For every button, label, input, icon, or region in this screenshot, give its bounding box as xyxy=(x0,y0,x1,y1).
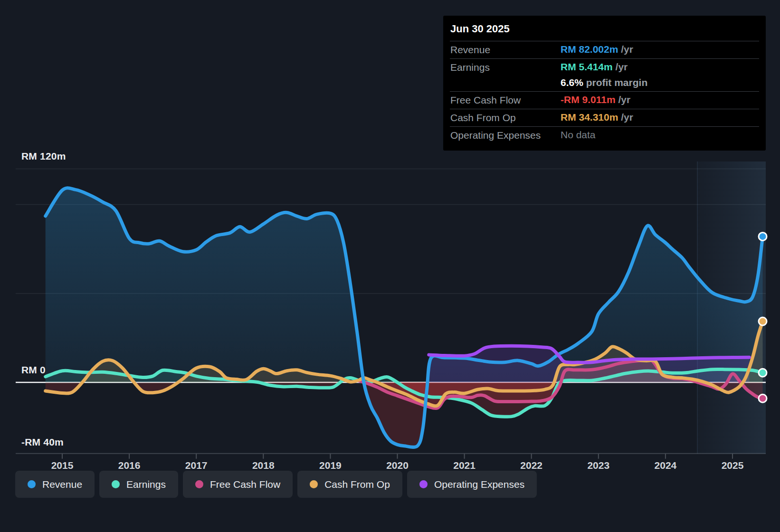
legend-label: Cash From Op xyxy=(324,479,390,490)
tooltip-value-earnings: RM 5.414m xyxy=(561,61,613,72)
x-axis-label-2019: 2019 xyxy=(319,460,342,471)
x-axis-label-2022: 2022 xyxy=(520,460,542,471)
x-axis-label-2024: 2024 xyxy=(655,460,677,471)
tooltip-profit-margin: 6.6% profit margin xyxy=(561,77,759,88)
legend-item-cash-from-op[interactable]: Cash From Op xyxy=(297,471,402,498)
tooltip-suffix: /yr xyxy=(616,94,631,105)
x-axis-label-2017: 2017 xyxy=(185,460,208,471)
legend-item-earnings[interactable]: Earnings xyxy=(99,471,178,498)
tooltip-row-free-cash-flow: Free Cash Flow -RM 9.011m /yr xyxy=(450,91,759,109)
tooltip-label: Revenue xyxy=(450,44,561,56)
tooltip-suffix: /yr xyxy=(618,112,633,123)
x-axis-label-2020: 2020 xyxy=(386,460,409,471)
x-axis-label-2018: 2018 xyxy=(252,460,275,471)
tooltip-value-cash-from-op: RM 34.310m xyxy=(561,112,618,123)
x-axis-label-2021: 2021 xyxy=(453,460,476,471)
tooltip-label: Operating Expenses xyxy=(450,129,561,141)
tooltip-date: Jun 30 2025 xyxy=(443,16,766,41)
chart-tooltip-panel: Jun 30 2025 Revenue RM 82.002m /yr Earni… xyxy=(443,16,766,151)
cash-from-op-dot-icon xyxy=(310,480,318,488)
tooltip-label: Cash From Op xyxy=(450,112,561,124)
free-cash-flow-dot-icon xyxy=(195,480,203,488)
tooltip-label: Earnings xyxy=(450,61,561,73)
legend-item-free-cash-flow[interactable]: Free Cash Flow xyxy=(183,471,293,498)
x-axis-label-2015: 2015 xyxy=(51,460,74,471)
x-axis-label-2025: 2025 xyxy=(722,460,744,471)
stock-financials-chart-page: RM 120m RM 0 -RM 40m 2015201620172018201… xyxy=(0,0,780,532)
tooltip-row-revenue: Revenue RM 82.002m /yr xyxy=(450,41,759,58)
tooltip-value-operating-expenses: No data xyxy=(561,129,596,140)
tooltip-value-revenue: RM 82.002m xyxy=(561,44,618,55)
tooltip-label: Free Cash Flow xyxy=(450,94,561,106)
legend-item-operating-expenses[interactable]: Operating Expenses xyxy=(407,471,537,498)
legend-label: Free Cash Flow xyxy=(210,479,280,490)
y-axis-label-120m: RM 120m xyxy=(21,151,66,162)
revenue-dot-icon xyxy=(28,480,36,488)
tooltip-row-cash-from-op: Cash From Op RM 34.310m /yr xyxy=(450,109,759,126)
tooltip-row-earnings: Earnings RM 5.414m /yr 6.6% profit margi… xyxy=(450,58,759,91)
tooltip-suffix: /yr xyxy=(618,44,633,55)
operating-expenses-dot-icon xyxy=(419,480,428,488)
legend-label: Operating Expenses xyxy=(434,479,524,490)
tooltip-suffix: /yr xyxy=(613,61,628,72)
tooltip-row-operating-expenses: Operating Expenses No data xyxy=(450,126,759,144)
legend-item-revenue[interactable]: Revenue xyxy=(15,471,95,498)
earnings-dot-icon xyxy=(112,480,120,488)
legend-label: Earnings xyxy=(126,479,166,490)
legend-label: Revenue xyxy=(42,479,82,490)
chart-legend: Revenue Earnings Free Cash Flow Cash Fro… xyxy=(15,471,537,498)
x-axis-label-2023: 2023 xyxy=(587,460,609,471)
x-axis-label-2016: 2016 xyxy=(118,460,141,471)
tooltip-value-free-cash-flow: -RM 9.011m xyxy=(561,94,616,105)
y-axis-label-0: RM 0 xyxy=(21,364,46,376)
y-axis-label-neg40m: -RM 40m xyxy=(21,437,64,448)
